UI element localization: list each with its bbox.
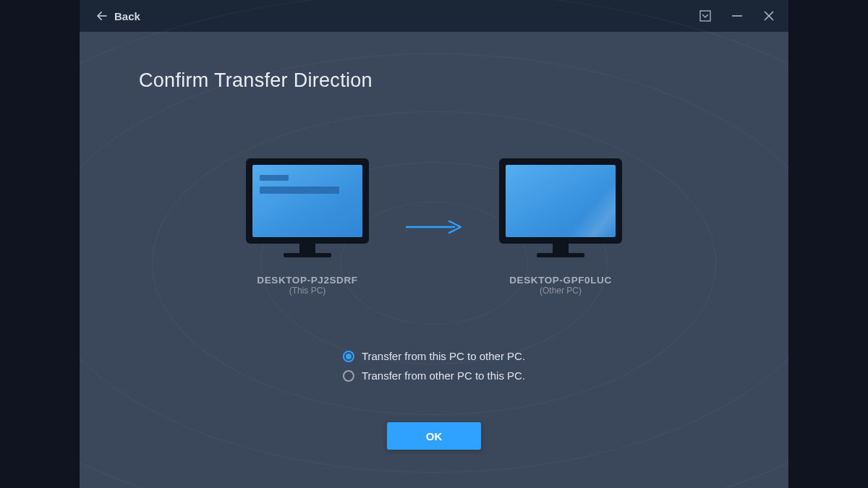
arrow-left-icon xyxy=(95,9,109,22)
page-title: Confirm Transfer Direction xyxy=(139,69,373,92)
back-label: Back xyxy=(114,10,140,22)
option-other-to-this[interactable]: Transfer from other PC to this PC. xyxy=(343,369,525,382)
option-label: Transfer from other PC to this PC. xyxy=(362,369,525,382)
source-pc-role: (This PC) xyxy=(289,286,326,296)
close-button[interactable] xyxy=(762,9,775,22)
arrow-right-icon xyxy=(401,219,467,235)
option-label: Transfer from this PC to other PC. xyxy=(362,350,525,362)
dest-pc-role: (Other PC) xyxy=(540,286,582,296)
back-button[interactable]: Back xyxy=(95,9,140,22)
radio-icon xyxy=(343,351,354,362)
option-this-to-other[interactable]: Transfer from this PC to other PC. xyxy=(343,350,525,362)
source-pc: DESKTOP-PJ2SDRF (This PC) xyxy=(246,158,369,296)
page-body: Confirm Transfer Direction DESKTOP-PJ2SD… xyxy=(80,32,788,488)
source-pc-name: DESKTOP-PJ2SDRF xyxy=(257,275,357,286)
app-window: Back xyxy=(80,0,788,488)
ok-button[interactable]: OK xyxy=(387,422,481,450)
dropdown-button[interactable] xyxy=(699,9,712,22)
svg-rect-1 xyxy=(700,11,710,21)
monitor-icon xyxy=(499,158,622,244)
transfer-diagram: DESKTOP-PJ2SDRF (This PC) DESKTOP-GPF0LU… xyxy=(246,158,622,296)
monitor-icon xyxy=(246,158,369,244)
minimize-button[interactable] xyxy=(731,9,744,22)
window-controls xyxy=(699,9,775,22)
dest-pc: DESKTOP-GPF0LUC (Other PC) xyxy=(499,158,622,296)
title-bar: Back xyxy=(80,0,788,32)
dest-pc-name: DESKTOP-GPF0LUC xyxy=(509,275,612,286)
direction-options: Transfer from this PC to other PC. Trans… xyxy=(343,350,525,382)
radio-icon xyxy=(343,370,354,382)
